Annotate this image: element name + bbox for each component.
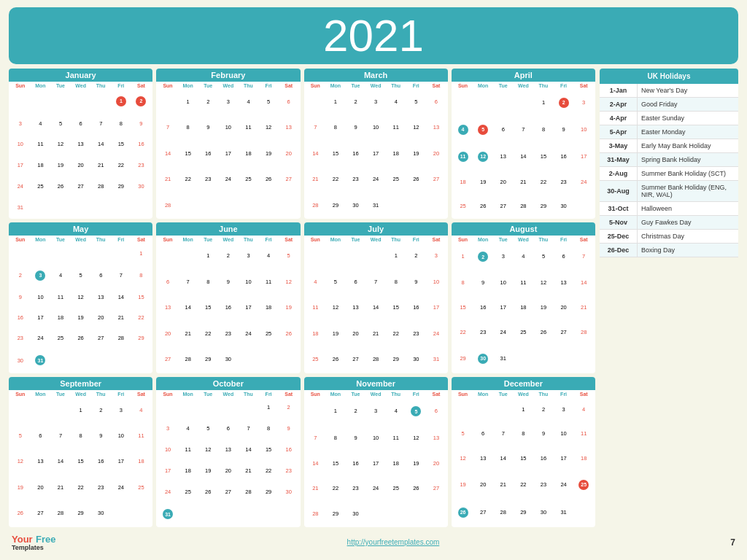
day-cell: 19 xyxy=(50,155,71,176)
holiday-row: 5-AprEaster Monday xyxy=(600,125,738,139)
day-cell: 13 xyxy=(554,271,574,295)
day-cell: 30 xyxy=(218,346,239,372)
day-cell: 8 xyxy=(71,423,91,448)
day-cell: 22 xyxy=(533,170,554,194)
year-text: 2021 xyxy=(323,10,424,61)
day-cell: 20 xyxy=(218,460,239,481)
day-cell: 15 xyxy=(198,295,218,320)
day-cell: 4 xyxy=(258,243,279,268)
day-cell: 15 xyxy=(453,295,473,320)
day-cell: 18 xyxy=(31,155,51,176)
holiday-date: 5-Nov xyxy=(600,216,638,229)
day-cell: 19 xyxy=(406,141,427,166)
day-cell: 13 xyxy=(90,287,111,308)
month-june: JuneSunMonTueWedThuFriSat123456789101112… xyxy=(156,222,300,373)
day-cell: 21 xyxy=(306,166,326,192)
day-cell: 11 xyxy=(131,423,152,448)
day-cell: 31 xyxy=(554,499,574,526)
month-january: JanuarySunMonTueWedThuFriSat123456789101… xyxy=(9,69,152,219)
day-cell: 27 xyxy=(31,501,51,526)
day-header-thu: Thu xyxy=(386,82,406,89)
day-header-sat: Sat xyxy=(426,236,446,243)
day-header-wed: Wed xyxy=(218,236,239,243)
day-cell: 7 xyxy=(493,421,514,446)
day-header-sun: Sun xyxy=(10,236,31,243)
holiday-name: New Year's Day xyxy=(638,84,738,97)
day-cell: 4 xyxy=(50,263,71,287)
day-cell: 6 xyxy=(279,89,299,114)
day-cell: 14 xyxy=(158,141,178,166)
day-cell: 26 xyxy=(533,320,554,345)
day-cell: 4 xyxy=(131,397,152,423)
day-header-wed: Wed xyxy=(365,391,386,397)
day-cell: 9 xyxy=(198,114,218,140)
day-empty xyxy=(111,243,131,263)
day-cell: 23 xyxy=(10,328,31,349)
day-cell: 5 xyxy=(71,263,91,287)
day-cell: 25 xyxy=(573,471,594,499)
day-cell: 24 xyxy=(111,475,131,500)
day-cell: 21 xyxy=(90,155,111,176)
day-empty xyxy=(50,89,71,113)
day-header-wed: Wed xyxy=(71,82,91,89)
day-header-mon: Mon xyxy=(473,391,493,397)
day-cell: 17 xyxy=(365,141,386,166)
holiday-row: 1-JanNew Year's Day xyxy=(600,84,738,98)
day-cell: 31 xyxy=(158,502,178,526)
day-header-sun: Sun xyxy=(158,391,178,397)
holiday-row: 30-AugSummer Bank Holiday (ENG, NIR, WAL… xyxy=(600,181,738,202)
highlighted-day: 1 xyxy=(116,96,126,106)
day-cell: 27 xyxy=(426,166,446,192)
day-header-sat: Sat xyxy=(131,236,152,243)
holiday-row: 31-MaySpring Bank Holiday xyxy=(600,153,738,167)
month-header-january: January xyxy=(9,69,152,82)
day-cell: 3 xyxy=(493,243,514,271)
day-cell: 2 xyxy=(406,243,427,268)
holidays-panel: UK Holidays 1-JanNew Year's Day2-AprGood… xyxy=(600,69,738,527)
day-header-fri: Fri xyxy=(111,391,131,397)
day-cell: 5 xyxy=(258,89,279,114)
day-cell: 23 xyxy=(533,471,554,499)
day-cell: 30 xyxy=(554,194,574,218)
day-header-sun: Sun xyxy=(453,391,473,397)
day-cell: 9 xyxy=(533,421,554,446)
day-header-tue: Tue xyxy=(50,391,71,397)
footer-page: 7 xyxy=(730,537,735,548)
holiday-name: Easter Sunday xyxy=(638,112,738,125)
day-cell: 20 xyxy=(158,321,178,346)
day-header-tue: Tue xyxy=(346,82,366,89)
day-cell: 2 xyxy=(90,397,111,423)
day-cell: 13 xyxy=(31,449,51,475)
day-cell: 3 xyxy=(239,243,259,268)
day-cell: 9 xyxy=(406,269,427,295)
day-cell: 20 xyxy=(346,321,366,346)
day-cell: 29 xyxy=(386,346,406,372)
day-cell: 30 xyxy=(346,501,366,526)
day-cell: 9 xyxy=(346,114,366,140)
day-cell: 14 xyxy=(306,141,326,166)
day-cell: 2 xyxy=(346,89,366,114)
day-cell: 28 xyxy=(306,192,326,218)
day-header-tue: Tue xyxy=(493,236,514,243)
logo-free: Free xyxy=(36,534,55,545)
day-header-fri: Fri xyxy=(258,391,279,397)
day-header-sat: Sat xyxy=(279,236,299,243)
day-cell: 16 xyxy=(346,451,366,476)
day-cell: 27 xyxy=(493,194,514,218)
day-cell: 29 xyxy=(258,481,279,502)
day-empty xyxy=(346,243,366,268)
day-cell: 6 xyxy=(158,269,178,295)
day-header-wed: Wed xyxy=(365,236,386,243)
day-cell: 14 xyxy=(178,295,198,320)
footer-url[interactable]: http://yourfreetemplates.com xyxy=(347,538,440,546)
day-cell: 29 xyxy=(111,176,131,198)
day-cell: 21 xyxy=(365,321,386,346)
highlighted-day: 2 xyxy=(136,96,146,106)
month-may: MaySunMonTueWedThuFriSat1234567891011121… xyxy=(9,222,152,373)
day-cell: 2 xyxy=(533,397,554,422)
day-empty xyxy=(239,397,259,419)
day-cell: 8 xyxy=(111,113,131,134)
day-cell: 10 xyxy=(426,269,446,295)
day-cell: 4 xyxy=(514,243,534,271)
holidays-list: 1-JanNew Year's Day2-AprGood Friday4-Apr… xyxy=(600,84,738,257)
